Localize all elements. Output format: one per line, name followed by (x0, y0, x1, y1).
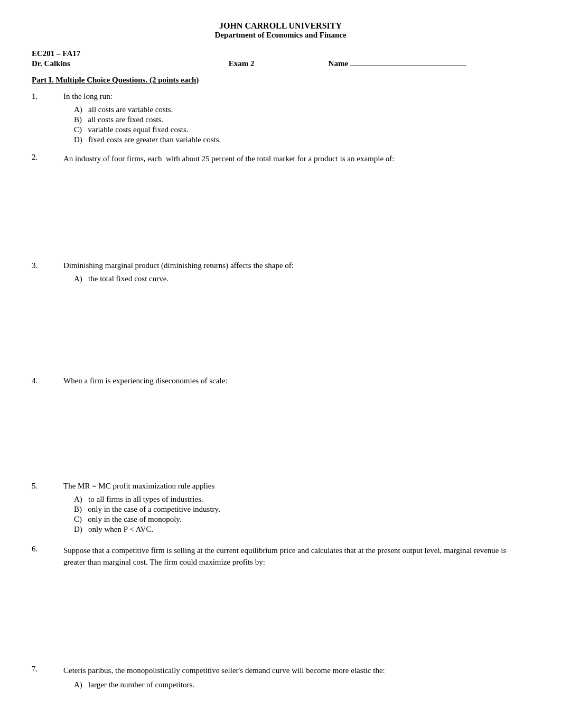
q3-choice-a: A) the total fixed cost curve. (74, 274, 529, 283)
part1-title: Part I. Multiple Choice Questions. (2 po… (32, 76, 529, 85)
q4-text: When a firm is experiencing diseconomies… (63, 376, 529, 385)
q5-choices: A) to all firms in all types of industri… (63, 495, 529, 534)
question-4: 4. When a firm is experiencing diseconom… (32, 376, 529, 474)
q4-answer-space (63, 390, 529, 474)
instructor-name: Dr. Calkins (32, 59, 70, 68)
q3-choices: A) the total fixed cost curve. (63, 274, 529, 283)
question-6: 6. Suppose that a competitive firm is se… (32, 545, 529, 657)
q2-answer-space (63, 169, 529, 254)
q6-answer-space (63, 573, 529, 657)
question-5: 5. The MR = MC profit maximization rule … (32, 482, 529, 535)
question-2: 2. An industry of four firms, each with … (32, 153, 529, 254)
q7-text: Ceteris paribus, the monopolistically co… (63, 665, 529, 677)
question-1: 1. In the long run: A) all costs are var… (32, 92, 529, 145)
q5-content: The MR = MC profit maximization rule app… (63, 482, 529, 535)
document-header: JOHN CARROLL UNIVERSITY Department of Ec… (32, 21, 529, 40)
course-code: EC201 – FA17 (32, 49, 529, 58)
name-text: Name (329, 59, 349, 68)
q2-number: 2. (32, 153, 63, 254)
q7-choices: A) larger the number of competitors. (63, 680, 529, 689)
question-3: 3. Diminishing marginal product (diminis… (32, 261, 529, 369)
q3-content: Diminishing marginal product (diminishin… (63, 261, 529, 369)
q7-content: Ceteris paribus, the monopolistically co… (63, 665, 529, 691)
q1-choice-c: C) variable costs equal fixed costs. (74, 125, 529, 134)
question-7: 7. Ceteris paribus, the monopolistically… (32, 665, 529, 691)
q7-number: 7. (32, 665, 63, 691)
q3-text: Diminishing marginal product (diminishin… (63, 261, 529, 270)
q1-choice-b: B) all costs are fixed costs. (74, 115, 529, 124)
q1-choices: A) all costs are variable costs. B) all … (63, 105, 529, 144)
q6-text: Suppose that a competitive firm is selli… (63, 545, 529, 568)
q2-text: An industry of four firms, each with abo… (63, 153, 529, 165)
name-field: Name (329, 59, 467, 68)
exam-label: Exam 2 (229, 59, 255, 68)
q2-content: An industry of four firms, each with abo… (63, 153, 529, 254)
doc-info: EC201 – FA17 Dr. Calkins Exam 2 Name (32, 49, 529, 68)
q1-content: In the long run: A) all costs are variab… (63, 92, 529, 145)
q5-text: The MR = MC profit maximization rule app… (63, 482, 529, 491)
q1-choice-a: A) all costs are variable costs. (74, 105, 529, 114)
q7-choice-a: A) larger the number of competitors. (74, 680, 529, 689)
q5-choice-c: C) only in the case of monopoly. (74, 515, 529, 524)
q4-content: When a firm is experiencing diseconomies… (63, 376, 529, 474)
q6-content: Suppose that a competitive firm is selli… (63, 545, 529, 657)
name-underline-line (350, 66, 466, 66)
q6-number: 6. (32, 545, 63, 657)
q3-answer-space (63, 284, 529, 369)
department-title: Department of Economics and Finance (32, 31, 529, 40)
q1-number: 1. (32, 92, 63, 145)
q5-choice-b: B) only in the case of a competitive ind… (74, 505, 529, 514)
q5-choice-a: A) to all firms in all types of industri… (74, 495, 529, 504)
q5-choice-d: D) only when P < AVC. (74, 525, 529, 534)
q3-number: 3. (32, 261, 63, 369)
university-title: JOHN CARROLL UNIVERSITY (32, 21, 529, 31)
q5-number: 5. (32, 482, 63, 535)
instructor-exam-row: Dr. Calkins Exam 2 Name (32, 59, 529, 68)
q1-choice-d: D) fixed costs are greater than variable… (74, 135, 529, 144)
q4-number: 4. (32, 376, 63, 474)
q1-text: In the long run: (63, 92, 529, 101)
